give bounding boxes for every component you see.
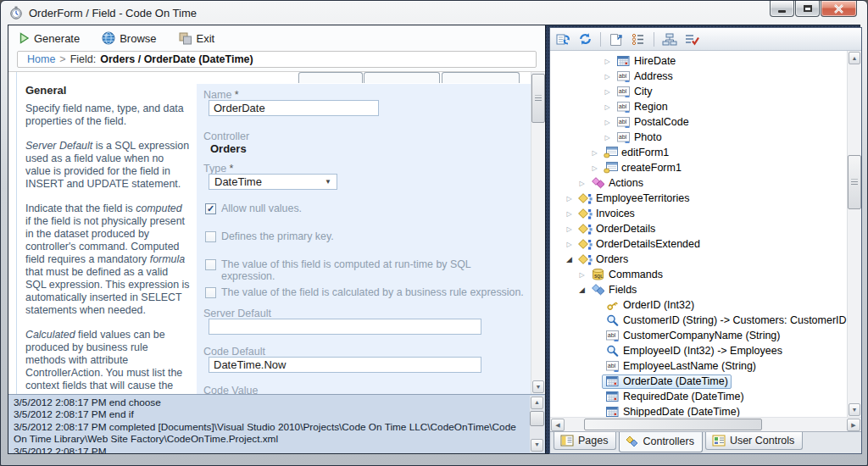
expand-arrow-icon[interactable]: ▷: [602, 119, 613, 126]
expand-arrow-icon[interactable]: ▷: [564, 241, 575, 248]
tree-row[interactable]: ▷OrderDetails: [550, 221, 847, 236]
scroll-up-arrow[interactable]: [531, 397, 543, 409]
tree-row[interactable]: ▷ablAddress: [550, 69, 847, 84]
expand-arrow-icon[interactable]: ▷: [564, 210, 575, 218]
tree-row[interactable]: ▷editForm1: [550, 145, 847, 160]
tree-item[interactable]: ablCustomerCompanyName (String): [602, 329, 783, 343]
expand-arrow-icon[interactable]: ▷: [564, 195, 575, 202]
tree-row[interactable]: ▷HireDate: [550, 53, 847, 69]
scrolled-button-top[interactable]: [442, 72, 520, 83]
tree-row[interactable]: ◢Orders: [550, 252, 847, 267]
content-scrollbar[interactable]: [531, 72, 545, 394]
tree-row[interactable]: ShippedDate (DateTime): [550, 404, 847, 417]
tree-item[interactable]: ablAddress: [613, 69, 676, 84]
tree-row[interactable]: ▷ablCity: [550, 84, 847, 99]
tree-item[interactable]: createForm1: [600, 161, 685, 175]
toolbar-exit-button[interactable]: Exit: [179, 32, 215, 45]
tree-item[interactable]: HireDate: [613, 54, 679, 69]
checklist-icon[interactable]: [683, 31, 700, 47]
tree-item[interactable]: Orders: [575, 252, 632, 267]
tree-row[interactable]: ▷ablPostalCode: [550, 114, 847, 130]
expand-arrow-icon[interactable]: ▷: [589, 149, 600, 157]
tree-row[interactable]: EmployeeID (Int32) -> Employees: [550, 343, 847, 358]
checkbox-unchecked[interactable]: [205, 231, 216, 242]
expand-arrow-icon[interactable]: ▷: [602, 58, 613, 65]
scrollbar-thumb[interactable]: [848, 155, 861, 209]
tree-scrollbar[interactable]: [847, 51, 861, 417]
tree-item[interactable]: OrderID (Int32): [602, 298, 698, 313]
expand-arrow-icon[interactable]: ▷: [602, 134, 613, 141]
refresh-icon[interactable]: [576, 31, 593, 47]
tree-row[interactable]: ▷createForm1: [550, 160, 847, 175]
sync-project-icon[interactable]: [554, 31, 571, 47]
tree-item-selected[interactable]: OrderDate (DateTime): [602, 374, 732, 389]
tree-row[interactable]: ▷Invoices: [550, 206, 847, 221]
scrollbar-thumb[interactable]: [531, 74, 545, 123]
expand-arrow-icon[interactable]: ▷: [576, 271, 587, 279]
tree-hscrollbar[interactable]: [550, 417, 861, 431]
tree-row[interactable]: ablCustomerCompanyName (String): [550, 328, 847, 343]
tree-row[interactable]: ▷OrderDetailsExtended: [550, 236, 847, 252]
tree-item[interactable]: ablCity: [613, 85, 656, 99]
scroll-down-arrow[interactable]: [532, 380, 544, 393]
maximize-button[interactable]: [795, 1, 820, 17]
tree-row[interactable]: ablEmployeeLastName (String): [550, 358, 847, 374]
tab-user-controls[interactable]: User Controls: [705, 432, 803, 450]
checkbox-checked[interactable]: [205, 203, 216, 214]
collapse-arrow-icon[interactable]: ◢: [564, 255, 575, 264]
tree-row[interactable]: ▷SQLCommands: [550, 267, 847, 282]
close-button[interactable]: [821, 1, 857, 17]
scroll-right-arrow[interactable]: [847, 419, 860, 431]
tree-view-icon[interactable]: [661, 31, 678, 47]
breadcrumb-home-link[interactable]: Home: [27, 53, 55, 65]
log-scrollbar[interactable]: [530, 396, 544, 452]
minimize-button[interactable]: [770, 1, 794, 17]
scrolled-button-top[interactable]: [364, 72, 440, 83]
scroll-down-arrow[interactable]: [849, 403, 860, 416]
tree-row[interactable]: ◢Fields: [550, 282, 847, 297]
title-bar[interactable]: OrderForm / Field - Code On Time: [1, 1, 867, 25]
checkbox-unchecked[interactable]: [205, 259, 216, 270]
scrolled-button-top[interactable]: [298, 72, 363, 83]
tree-item[interactable]: RequiredDate (DateTime): [602, 390, 748, 404]
type-dropdown[interactable]: DateTime: [209, 174, 337, 190]
expand-arrow-icon[interactable]: ▷: [602, 73, 613, 80]
tree-row[interactable]: ▷ablRegion: [550, 99, 847, 114]
scroll-up-arrow[interactable]: [849, 52, 860, 64]
tree-item[interactable]: Fields: [587, 283, 640, 297]
tree-row[interactable]: RequiredDate (DateTime): [550, 389, 847, 404]
expand-arrow-icon[interactable]: ▷: [602, 88, 613, 96]
tree-item[interactable]: ablRegion: [613, 100, 671, 114]
tree-item[interactable]: EmployeeTerritories: [575, 191, 693, 206]
tree-item[interactable]: CustomerID (String) -> Customers: Custom…: [602, 313, 847, 328]
tree-item[interactable]: EmployeeID (Int32) -> Employees: [602, 344, 786, 358]
scrollbar-thumb[interactable]: [530, 411, 544, 426]
tree-row[interactable]: CustomerID (String) -> Customers: Custom…: [550, 313, 847, 328]
tree-item[interactable]: ShippedDate (DateTime): [602, 405, 743, 418]
tree-item[interactable]: ablPostalCode: [613, 115, 693, 130]
tree-row[interactable]: ▷ablPhoto: [550, 130, 847, 145]
server-default-input[interactable]: [209, 319, 481, 335]
expand-arrow-icon[interactable]: ▷: [576, 180, 587, 187]
tab-pages[interactable]: Pages: [554, 432, 616, 450]
tree-item[interactable]: OrderDetailsExtended: [575, 237, 704, 252]
name-input[interactable]: [209, 100, 379, 116]
tree-item[interactable]: ablPhoto: [613, 130, 665, 145]
expand-arrow-icon[interactable]: ▷: [602, 103, 613, 111]
scroll-left-arrow[interactable]: [551, 419, 565, 431]
tree-item[interactable]: Actions: [587, 176, 647, 191]
toolbar-browse-button[interactable]: Browse: [102, 31, 156, 45]
tree-item[interactable]: OrderDetails: [575, 222, 659, 236]
tree-row[interactable]: OrderID (Int32): [550, 297, 847, 313]
scrollbar-thumb[interactable]: [584, 419, 762, 430]
tab-controllers[interactable]: Controllers: [619, 432, 702, 452]
new-item-icon[interactable]: [608, 31, 625, 47]
tree-item[interactable]: editForm1: [600, 146, 672, 160]
tree-row[interactable]: OrderDate (DateTime): [550, 374, 847, 389]
tree-item[interactable]: Invoices: [575, 207, 638, 221]
collapse-arrow-icon[interactable]: ◢: [576, 286, 587, 294]
properties-icon[interactable]: [630, 31, 647, 47]
code-default-input[interactable]: [209, 357, 481, 373]
tree-item[interactable]: ablEmployeeLastName (String): [602, 359, 760, 374]
tree-item[interactable]: SQLCommands: [587, 268, 666, 282]
